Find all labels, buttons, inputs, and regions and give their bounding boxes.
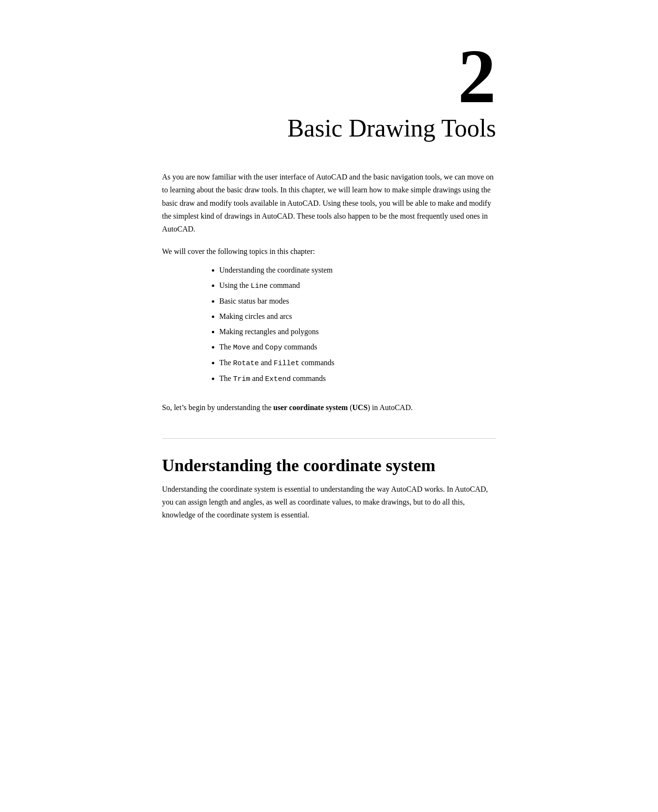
list-item: Making rectangles and polygons	[219, 324, 496, 339]
list-item: Understanding the coordinate system	[219, 263, 496, 278]
chapter-title: Basic Drawing Tools	[287, 115, 496, 142]
closing-bold-text: user coordinate system	[273, 403, 348, 411]
closing-text-before: So, let’s begin by understanding the	[162, 403, 273, 411]
closing-text-after: ) in AutoCAD.	[367, 403, 413, 411]
list-item: Making circles and arcs	[219, 309, 496, 324]
topics-intro: We will cover the following topics in th…	[162, 245, 496, 258]
section-body: Understanding the coordinate system is e…	[162, 483, 496, 522]
chapter-header: 2 Basic Drawing Tools	[162, 38, 496, 142]
list-item: Basic status bar modes	[219, 294, 496, 309]
intro-paragraph-1: As you are now familiar with the user in…	[162, 170, 496, 235]
topics-list: Understanding the coordinate system Usin…	[162, 263, 496, 387]
closing-text-middle: (	[348, 403, 352, 411]
list-item: The Move and Copy commands	[219, 339, 496, 355]
section-divider	[162, 438, 496, 439]
section-heading: Understanding the coordinate system	[162, 451, 496, 475]
list-item: The Rotate and Fillet commands	[219, 355, 496, 371]
list-item: The Trim and Extend commands	[219, 371, 496, 387]
closing-paragraph: So, let’s begin by understanding the use…	[162, 401, 496, 414]
chapter-number: 2	[162, 38, 496, 115]
list-item: Using the Line command	[219, 278, 496, 294]
page-container: 2 Basic Drawing Tools As you are now fam…	[115, 0, 544, 559]
closing-bold-acronym: UCS	[352, 403, 367, 411]
